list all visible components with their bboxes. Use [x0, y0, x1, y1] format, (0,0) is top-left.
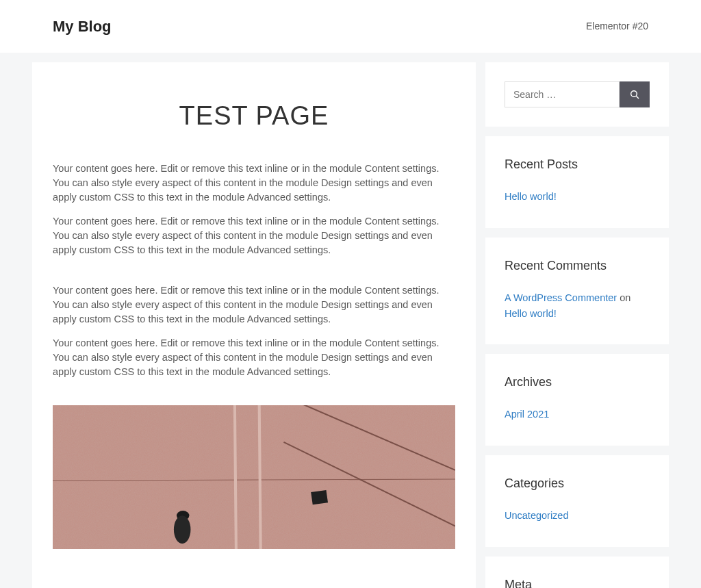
site-title[interactable]: My Blog [53, 15, 112, 38]
svg-line-4 [259, 405, 261, 549]
widget-title-meta: Meta [505, 576, 650, 588]
widget-title-recent-posts: Recent Posts [505, 155, 650, 174]
paragraph: Your content goes here. Edit or remove t… [53, 283, 455, 327]
content-block-2: Your content goes here. Edit or remove t… [53, 283, 455, 379]
svg-line-3 [235, 405, 236, 549]
svg-rect-9 [311, 490, 328, 504]
paragraph: Your content goes here. Edit or remove t… [53, 214, 455, 257]
recent-posts-widget: Recent Posts Hello world! [485, 136, 669, 228]
content-block-1: Your content goes here. Edit or remove t… [53, 162, 455, 257]
recent-comments-widget: Recent Comments A WordPress Commenter on… [485, 238, 669, 345]
sidebar: Recent Posts Hello world! Recent Comment… [485, 62, 669, 588]
on-text: on [617, 292, 630, 303]
search-icon [629, 89, 640, 100]
svg-point-10 [631, 91, 637, 97]
meta-widget: Meta [485, 557, 669, 588]
category-link[interactable]: Uncategorized [505, 510, 569, 521]
search-widget [485, 62, 669, 127]
svg-point-8 [174, 515, 191, 544]
archives-widget: Archives April 2021 [485, 354, 669, 446]
list-item: Hello world! [505, 189, 650, 205]
commenter-link[interactable]: A WordPress Commenter [505, 292, 617, 303]
recent-post-link[interactable]: Hello world! [505, 191, 557, 202]
archive-link[interactable]: April 2021 [505, 409, 549, 420]
widget-title-categories: Categories [505, 474, 650, 493]
categories-widget: Categories Uncategorized [485, 455, 669, 547]
comment-post-link[interactable]: Hello world! [505, 308, 557, 319]
widget-title-recent-comments: Recent Comments [505, 257, 650, 275]
site-header: My Blog Elementor #20 [0, 0, 701, 53]
list-item: A WordPress Commenter on Hello world! [505, 290, 650, 322]
paragraph: Your content goes here. Edit or remove t… [53, 336, 455, 379]
main-content: TEST PAGE Your content goes here. Edit o… [32, 62, 476, 588]
search-button[interactable] [620, 81, 650, 107]
svg-rect-1 [53, 405, 455, 549]
list-item: April 2021 [505, 407, 650, 422]
widget-title-archives: Archives [505, 373, 650, 392]
page-title: TEST PAGE [53, 97, 455, 136]
search-input[interactable] [505, 81, 620, 107]
list-item: Uncategorized [505, 508, 650, 524]
paragraph: Your content goes here. Edit or remove t… [53, 162, 455, 205]
svg-line-11 [636, 96, 639, 99]
nav-item-elementor[interactable]: Elementor #20 [586, 19, 648, 34]
content-image [53, 405, 455, 549]
